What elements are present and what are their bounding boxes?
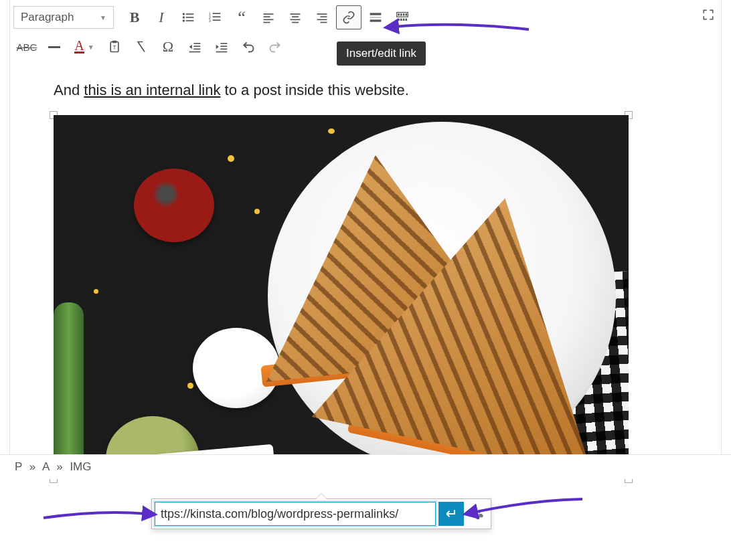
svg-rect-41 <box>193 49 200 50</box>
svg-rect-33 <box>400 19 402 21</box>
link-tooltip: Insert/edit link <box>337 41 426 66</box>
fullscreen-button[interactable] <box>695 3 722 27</box>
image-selection[interactable] <box>54 115 629 479</box>
editor: Paragraph ▼ B I 123 “ ABC A ▼ T Ω Insert… <box>0 0 731 479</box>
svg-rect-20 <box>317 13 327 15</box>
text-after: to a post inside this website. <box>220 82 408 98</box>
content-area[interactable]: And this is an internal link to a post i… <box>0 64 731 479</box>
svg-rect-29 <box>400 13 402 15</box>
svg-point-0 <box>183 13 185 15</box>
blockquote-button[interactable]: “ <box>229 5 254 29</box>
svg-text:T: T <box>113 44 116 51</box>
svg-rect-44 <box>220 45 227 47</box>
numbered-list-button[interactable]: 123 <box>202 5 228 29</box>
svg-rect-26 <box>370 19 382 21</box>
svg-rect-14 <box>264 19 274 21</box>
format-select[interactable]: Paragraph ▼ <box>13 6 114 29</box>
strikethrough-button[interactable]: ABC <box>13 35 40 59</box>
svg-rect-19 <box>292 22 299 23</box>
enter-icon <box>444 507 458 521</box>
svg-rect-37 <box>112 41 117 43</box>
link-button[interactable] <box>336 5 361 29</box>
content-image[interactable] <box>54 115 629 479</box>
paragraph[interactable]: And this is an internal link to a post i… <box>54 82 677 99</box>
text-before: And <box>54 82 84 98</box>
svg-rect-42 <box>189 52 201 53</box>
read-more-button[interactable] <box>363 5 388 29</box>
align-center-button[interactable] <box>282 5 308 29</box>
special-character-button[interactable]: Ω <box>155 35 181 59</box>
svg-rect-16 <box>291 13 301 15</box>
chevron-down-icon: ▼ <box>100 14 106 21</box>
svg-rect-9 <box>213 16 221 17</box>
svg-rect-22 <box>317 19 327 21</box>
crumb-a[interactable]: A <box>42 460 49 473</box>
internal-link[interactable]: this is an internal link <box>84 82 220 98</box>
toolbar-row-1: Paragraph ▼ B I 123 “ <box>13 3 718 32</box>
format-select-label: Paragraph <box>21 11 74 24</box>
svg-point-4 <box>183 19 185 21</box>
gear-icon <box>469 506 484 521</box>
svg-rect-25 <box>370 17 382 18</box>
bullet-list-button[interactable] <box>175 5 201 29</box>
indent-button[interactable] <box>209 35 234 59</box>
svg-rect-23 <box>321 22 327 23</box>
link-url-input[interactable] <box>155 502 436 526</box>
svg-rect-34 <box>403 19 405 21</box>
horizontal-rule-button[interactable] <box>42 35 67 59</box>
clear-formatting-button[interactable] <box>129 35 154 59</box>
svg-rect-12 <box>264 13 274 15</box>
toolbar-toggle-button[interactable] <box>390 5 415 29</box>
align-left-button[interactable] <box>256 5 281 29</box>
svg-rect-28 <box>398 13 400 15</box>
crumb-img[interactable]: IMG <box>70 460 91 473</box>
redo-button[interactable] <box>262 35 288 59</box>
svg-rect-24 <box>370 13 382 15</box>
svg-rect-15 <box>264 22 270 23</box>
link-apply-button[interactable] <box>438 502 464 526</box>
crumb-sep: » <box>29 460 35 473</box>
svg-text:3: 3 <box>209 19 211 23</box>
svg-point-2 <box>183 16 185 18</box>
outdent-button[interactable] <box>182 35 208 59</box>
svg-rect-35 <box>406 19 408 21</box>
svg-rect-3 <box>186 17 194 18</box>
svg-rect-5 <box>186 20 194 21</box>
svg-rect-39 <box>193 43 200 44</box>
svg-rect-18 <box>291 19 301 21</box>
bold-button[interactable]: B <box>122 5 147 29</box>
svg-rect-11 <box>213 19 221 21</box>
svg-rect-40 <box>193 45 200 47</box>
undo-button[interactable] <box>236 35 261 59</box>
svg-rect-45 <box>220 49 227 50</box>
link-settings-button[interactable] <box>465 502 488 526</box>
annotation-arrow-left <box>40 506 154 526</box>
svg-rect-43 <box>220 43 227 44</box>
italic-button[interactable]: I <box>149 5 174 29</box>
element-path: P » A » IMG <box>0 454 731 479</box>
svg-rect-30 <box>403 13 405 15</box>
svg-rect-21 <box>321 16 327 17</box>
text-color-button[interactable]: A ▼ <box>68 35 100 59</box>
svg-rect-1 <box>186 13 194 15</box>
crumb-sep: » <box>56 460 62 473</box>
paste-text-button[interactable]: T <box>102 35 127 59</box>
svg-rect-31 <box>406 13 408 15</box>
svg-rect-7 <box>213 13 221 14</box>
svg-rect-32 <box>398 19 400 21</box>
svg-rect-17 <box>292 16 299 17</box>
svg-rect-46 <box>216 52 228 53</box>
align-right-button[interactable] <box>309 5 335 29</box>
crumb-p[interactable]: P <box>15 460 22 473</box>
svg-rect-13 <box>264 16 270 17</box>
link-popup <box>151 498 491 529</box>
